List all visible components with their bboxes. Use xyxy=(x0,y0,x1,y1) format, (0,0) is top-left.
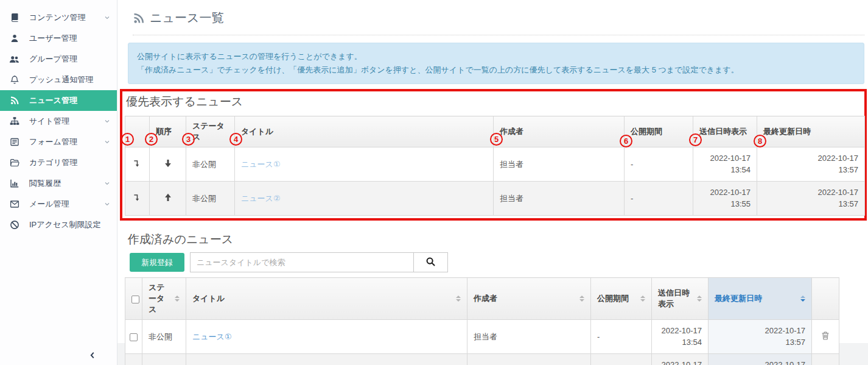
select-all-checkbox[interactable] xyxy=(131,296,139,303)
sent-datetime-cell: 2022-10-17 13:54 xyxy=(652,320,709,354)
col-title[interactable]: タイトル xyxy=(186,278,467,320)
chevron-down-icon xyxy=(103,138,111,146)
col-select-all xyxy=(125,278,142,320)
status-cell: 非公開 xyxy=(186,182,235,216)
sidebar-item-label: カテゴリ管理 xyxy=(29,157,77,168)
book-icon xyxy=(9,13,19,23)
period-cell: - xyxy=(625,182,693,216)
date: 2022-10-17 xyxy=(763,153,858,165)
sidebar-item-history[interactable]: 閲覧履歴 xyxy=(0,173,117,194)
move-down-button[interactable] xyxy=(163,158,173,168)
sidebar-item-label: グループ管理 xyxy=(29,54,77,65)
priority-section-title: 優先表示するニュース xyxy=(126,94,864,110)
sent-datetime-cell: 2022-10-17 13:55 xyxy=(693,182,757,216)
new-registration-button[interactable]: 新規登録 xyxy=(130,253,184,272)
author-cell: 担当者 xyxy=(494,147,625,182)
bell-icon xyxy=(9,75,19,85)
col-period[interactable]: 公開期間 xyxy=(591,278,652,320)
col-author[interactable]: 作成者 xyxy=(467,278,591,320)
sidebar-item-label: コンテンツ管理 xyxy=(29,12,86,23)
sidebar-item-push-notifications[interactable]: プッシュ通知管理 xyxy=(0,69,117,90)
sidebar-collapse-button[interactable] xyxy=(86,350,99,362)
sidebar-item-label: プッシュ通知管理 xyxy=(29,74,93,85)
sidebar-item-forms[interactable]: フォーム管理 xyxy=(0,132,117,152)
period-cell: - xyxy=(591,354,652,365)
chart-bars-icon xyxy=(9,179,19,189)
created-news-table: ステータス タイトル 作成者 公開期間 送信日時表示 xyxy=(125,277,839,365)
main-content: ニュース一覧 公開サイトに表示するニュースの管理を行うことができます。 「作成済… xyxy=(117,0,868,343)
time: 13:55 xyxy=(699,199,751,210)
search-input[interactable] xyxy=(190,252,414,272)
status-cell: 非公開 xyxy=(142,320,186,354)
author-cell: 担当者 xyxy=(467,320,591,354)
chevron-down-icon xyxy=(103,200,111,208)
period-cell: - xyxy=(625,147,693,182)
news-title-link[interactable]: ニュース① xyxy=(241,160,281,169)
priority-row-1: 非公開 ニュース① 担当者 - 2022-10-17 13:54 2022-10… xyxy=(125,147,865,182)
sidebar-item-mail[interactable]: メール管理 xyxy=(0,194,117,214)
sidebar-item-label: 閲覧履歴 xyxy=(29,178,61,189)
sidebar-item-users[interactable]: ユーザー管理 xyxy=(0,28,117,49)
time: 13:57 xyxy=(763,199,858,210)
users-icon xyxy=(9,54,19,65)
level-down-icon[interactable] xyxy=(133,159,142,168)
sent-datetime-cell: 2022-10-17 13:55 xyxy=(652,354,709,365)
date: 2022-10-17 xyxy=(699,153,751,165)
news-title-link[interactable]: ニュース② xyxy=(241,194,281,203)
date: 2022-10-17 xyxy=(658,325,702,337)
move-up-button[interactable] xyxy=(163,193,173,202)
time: 13:54 xyxy=(699,165,751,176)
period-cell: - xyxy=(591,320,652,354)
status-cell: 非公開 xyxy=(186,147,235,182)
sidebar-item-sites[interactable]: サイト管理 xyxy=(0,111,117,132)
col-period: 公開期間 xyxy=(625,116,693,147)
page-title-row: ニュース一覧 xyxy=(133,10,868,26)
updated-datetime-cell: 2022-10-17 13:57 xyxy=(709,320,812,354)
sidebar-item-label: メール管理 xyxy=(29,199,69,210)
folder-icon xyxy=(9,158,19,168)
sidebar-item-categories[interactable]: カテゴリ管理 xyxy=(0,152,117,173)
notice-line-1: 公開サイトに表示するニュースの管理を行うことができます。 xyxy=(137,50,855,63)
sidebar-item-label: フォーム管理 xyxy=(29,136,77,147)
sidebar-item-label: ニュース管理 xyxy=(29,95,77,106)
priority-row-2: 非公開 ニュース② 担当者 - 2022-10-17 13:55 2022-10… xyxy=(125,182,865,216)
date: 2022-10-17 xyxy=(699,187,751,199)
divider xyxy=(133,35,864,35)
col-sent: 送信日時表示 xyxy=(693,116,757,147)
sort-icon[interactable] xyxy=(175,296,180,302)
sort-icon[interactable] xyxy=(640,296,645,302)
sidebar-item-groups[interactable]: グループ管理 xyxy=(0,49,117,69)
col-updated-active-sort[interactable]: 最終更新日時 xyxy=(709,278,812,320)
created-section-title: 作成済みのニュース xyxy=(128,232,868,247)
page-title: ニュース一覧 xyxy=(150,10,223,26)
rss-icon xyxy=(9,96,19,106)
col-title: タイトル xyxy=(235,116,494,147)
col-updated: 最終更新日時 xyxy=(757,116,865,147)
chevron-down-icon xyxy=(103,14,111,21)
col-status[interactable]: ステータス xyxy=(142,278,186,320)
sort-icon[interactable] xyxy=(800,296,805,302)
time: 13:54 xyxy=(658,337,702,349)
sidebar-item-ip-restriction[interactable]: IPアクセス制限設定 xyxy=(0,214,117,235)
news-title-link[interactable]: ニュース① xyxy=(192,332,232,341)
priority-news-table: 順序 ステータス タイトル 作成者 公開期間 送信日時表示 最終更新日時 xyxy=(125,116,865,216)
level-down-icon[interactable] xyxy=(133,193,142,202)
sidebar-item-news[interactable]: ニュース管理 xyxy=(0,90,117,111)
mail-icon xyxy=(9,199,19,210)
delete-button[interactable] xyxy=(821,331,830,341)
updated-datetime-cell: 2022-10-17 13:57 xyxy=(757,182,865,216)
table-header-row: ステータス タイトル 作成者 公開期間 送信日時表示 xyxy=(125,278,839,320)
row-checkbox[interactable] xyxy=(130,333,138,341)
created-row-2: 非公開 ニュース② 担当者 - 2022-10-17 13:55 2022-10… xyxy=(125,354,839,365)
sort-icon[interactable] xyxy=(456,296,461,302)
sidebar-item-contents[interactable]: コンテンツ管理 xyxy=(0,7,117,28)
date: 2022-10-17 xyxy=(715,360,805,365)
updated-datetime-cell: 2022-10-17 13:57 xyxy=(757,147,865,182)
notice-line-2: 「作成済みニュース」でチェックを付け、「優先表示に追加」ボタンを押すと、公開サイ… xyxy=(137,63,855,77)
sort-icon[interactable] xyxy=(697,296,702,302)
author-cell: 担当者 xyxy=(494,182,625,216)
col-sent[interactable]: 送信日時表示 xyxy=(652,278,709,320)
search-button[interactable] xyxy=(414,252,448,272)
sort-icon[interactable] xyxy=(579,296,584,302)
ban-icon xyxy=(9,220,19,230)
